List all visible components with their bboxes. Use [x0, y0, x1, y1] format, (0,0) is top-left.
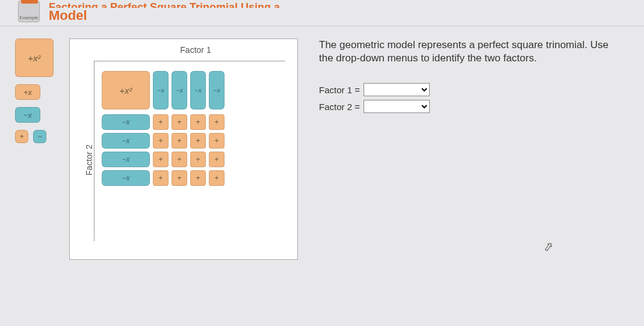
grid-tile-unit[interactable]: + — [209, 133, 224, 149]
tile-palette: +x² +x −x + − — [15, 38, 63, 260]
grid-row: −x + + + + — [102, 170, 279, 186]
palette-tile-plus-unit[interactable]: + — [15, 130, 28, 143]
grid-tile-col-x[interactable]: −x — [190, 71, 206, 109]
title-stack: Factoring a Perfect Square Trinomial Usi… — [49, 2, 280, 22]
grid-tile-col-x[interactable]: −x — [209, 71, 224, 109]
grid-tile-row-x[interactable]: −x — [102, 114, 150, 130]
grid-tile-col-x[interactable]: −x — [153, 71, 169, 109]
palette-tile-plus-x[interactable]: +x — [15, 84, 40, 100]
grid-tile-unit[interactable]: + — [172, 170, 187, 186]
model-board: Factor 1 Factor 2 +x² −x −x −x −x −x + +… — [69, 38, 298, 260]
factor2-line: Factor 2 = — [319, 100, 617, 113]
grid-tile-row-x[interactable]: −x — [102, 170, 150, 186]
grid-tile-unit[interactable]: + — [190, 133, 206, 149]
grid-tile-unit[interactable]: + — [172, 114, 187, 130]
grid-tile-row-x[interactable]: −x — [102, 152, 150, 167]
grid-tile-unit[interactable]: + — [172, 133, 187, 149]
grid-row: −x + + + + — [102, 114, 279, 130]
grid-tile-unit[interactable]: + — [190, 114, 206, 130]
grid-tile-row-x[interactable]: −x — [102, 133, 150, 149]
palette-tile-minus-x[interactable]: −x — [15, 107, 40, 123]
instructions-text: The geometric model represents a perfect… — [319, 38, 617, 65]
grid-tile-unit[interactable]: + — [153, 152, 169, 167]
grid-tile-unit[interactable]: + — [153, 133, 169, 149]
title-bottom: Model — [49, 9, 280, 22]
grid-tile-unit[interactable]: + — [153, 114, 169, 130]
grid-top-row: +x² −x −x −x −x — [102, 71, 279, 109]
factor2-label: Factor 2 = — [319, 102, 360, 112]
question-panel: The geometric model represents a perfect… — [304, 38, 635, 260]
grid-tile-x2[interactable]: +x² — [102, 71, 150, 109]
factor2-dropdown[interactable] — [364, 100, 430, 113]
example-badge: Example — [18, 1, 40, 22]
grid-row: −x + + + + — [102, 133, 279, 149]
factor2-axis-label: Factor 2 — [84, 145, 94, 176]
factor1-label: Factor 1 = — [319, 85, 360, 95]
factor1-axis-label: Factor 1 — [70, 39, 297, 61]
grid-tile-col-x[interactable]: −x — [172, 71, 187, 109]
grid-tile-unit[interactable]: + — [190, 170, 206, 186]
grid-tile-unit[interactable]: + — [190, 152, 206, 167]
grid-row: −x + + + + — [102, 152, 279, 167]
factor1-line: Factor 1 = — [319, 83, 617, 96]
grid-tile-unit[interactable]: + — [209, 170, 224, 186]
factor1-dropdown[interactable] — [364, 83, 430, 96]
grid-tile-unit[interactable]: + — [209, 152, 224, 167]
grid-tile-unit[interactable]: + — [209, 114, 224, 130]
palette-tile-x2[interactable]: +x² — [15, 38, 54, 77]
content: +x² +x −x + − Factor 1 Factor 2 +x² −x −… — [0, 26, 644, 266]
header: Example Factoring a Perfect Square Trino… — [0, 0, 644, 26]
grid-tile-unit[interactable]: + — [153, 170, 169, 186]
title-top: Factoring a Perfect Square Trinomial Usi… — [49, 2, 280, 8]
grid-tile-unit[interactable]: + — [172, 152, 187, 167]
palette-tile-minus-unit[interactable]: − — [33, 130, 46, 143]
example-badge-label: Example — [19, 15, 38, 20]
tile-grid[interactable]: +x² −x −x −x −x −x + + + + −x + + + + — [94, 61, 285, 241]
